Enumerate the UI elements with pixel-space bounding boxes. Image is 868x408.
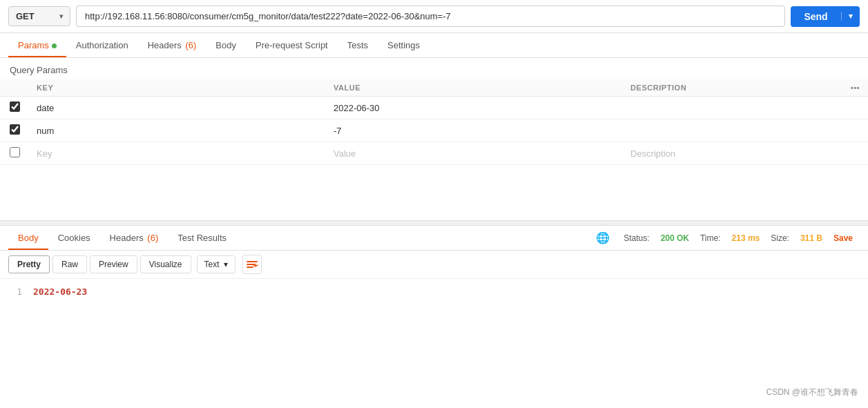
tab-authorization[interactable]: Authorization <box>66 33 138 57</box>
wrap-button[interactable] <box>242 255 262 274</box>
response-line: 1 2022-06-23 <box>11 284 857 300</box>
col-key: KEY <box>28 79 325 97</box>
tab-response-cookies[interactable]: Cookies <box>48 226 100 250</box>
response-tabs: Body Cookies Headers (6) Test Results 🌐 … <box>0 226 868 251</box>
tab-settings[interactable]: Settings <box>378 33 430 57</box>
send-button[interactable]: Send ▾ <box>791 6 860 27</box>
svg-rect-2 <box>247 266 253 268</box>
row1-key: date <box>37 103 54 113</box>
tab-prerequest-label: Pre-request Script <box>255 40 328 50</box>
headers-badge: (6) <box>183 40 197 50</box>
tab-test-results[interactable]: Test Results <box>168 226 236 250</box>
empty-desc-cell[interactable]: Description <box>622 142 842 165</box>
save-link[interactable]: Save <box>833 233 853 243</box>
col-value: VALUE <box>325 79 622 97</box>
url-input[interactable] <box>76 6 785 27</box>
tab-params-label: Params <box>18 40 49 50</box>
status-value: 200 OK <box>661 233 689 243</box>
row2-desc-cell[interactable] <box>622 119 842 142</box>
empty-more-cell <box>842 142 868 165</box>
size-value: 311 B <box>800 233 822 243</box>
tab-tests[interactable]: Tests <box>338 33 378 57</box>
format-raw-label: Raw <box>61 260 78 269</box>
globe-icon[interactable]: 🌐 <box>596 231 613 244</box>
table-row: date 2022-06-30 <box>0 97 868 119</box>
col-more: ••• <box>842 79 868 97</box>
tab-test-results-label: Test Results <box>177 233 226 243</box>
row2-check-cell[interactable] <box>0 119 28 142</box>
response-headers-badge: (6) <box>145 233 159 243</box>
row1-value-cell[interactable]: 2022-06-30 <box>325 97 622 119</box>
format-visualize-label: Visualize <box>149 260 182 269</box>
tab-response-headers[interactable]: Headers (6) <box>100 226 168 250</box>
tab-prerequest[interactable]: Pre-request Script <box>246 33 338 57</box>
row2-value-cell[interactable]: -7 <box>325 119 622 142</box>
row1-value: 2022-06-30 <box>334 103 380 113</box>
response-body: 1 2022-06-23 <box>0 279 868 305</box>
empty-checkbox[interactable] <box>10 147 20 157</box>
format-preview-label: Preview <box>99 260 128 269</box>
text-type-chevron-icon: ▾ <box>224 260 228 269</box>
format-toolbar: Pretty Raw Preview Visualize Text ▾ <box>0 251 868 279</box>
format-pretty-button[interactable]: Pretty <box>8 255 50 273</box>
tab-response-headers-label: Headers <box>110 233 144 243</box>
empty-value-placeholder: Value <box>334 148 356 159</box>
line-content: 2022-06-23 <box>33 284 87 300</box>
format-pretty-label: Pretty <box>17 260 41 269</box>
empty-key-placeholder: Key <box>37 148 52 159</box>
empty-value-cell[interactable]: Value <box>325 142 622 165</box>
method-label: GET <box>16 11 35 21</box>
tab-body-label: Body <box>215 40 236 50</box>
format-preview-button[interactable]: Preview <box>90 255 137 273</box>
svg-rect-0 <box>247 261 258 262</box>
row2-value: -7 <box>334 126 342 136</box>
tab-tests-label: Tests <box>347 40 368 50</box>
tab-authorization-label: Authorization <box>76 40 128 50</box>
params-table: KEY VALUE DESCRIPTION ••• date 2022-06-3… <box>0 79 868 165</box>
tab-response-body[interactable]: Body <box>8 226 48 250</box>
params-section: Query Params KEY VALUE DESCRIPTION ••• d… <box>0 58 868 165</box>
row2-more-cell <box>842 119 868 142</box>
tab-response-cookies-label: Cookies <box>58 233 90 243</box>
format-raw-button[interactable]: Raw <box>52 255 87 273</box>
method-chevron-icon: ▾ <box>59 12 63 20</box>
empty-key-cell[interactable]: Key <box>28 142 325 165</box>
row1-desc-cell[interactable] <box>622 97 842 119</box>
tab-headers-label: Headers <box>148 40 182 50</box>
line-number: 1 <box>11 284 22 300</box>
size-label: Size: <box>771 233 789 243</box>
status-label: Status: <box>624 233 649 243</box>
row2-key: num <box>37 126 54 136</box>
text-type-label: Text <box>204 260 220 269</box>
row1-checkbox[interactable] <box>10 101 20 112</box>
tab-body[interactable]: Body <box>206 33 246 57</box>
send-label: Send <box>791 11 841 22</box>
time-label: Time: <box>700 233 721 243</box>
time-value: 213 ms <box>732 233 760 243</box>
row1-key-cell[interactable]: date <box>28 97 325 119</box>
row1-check-cell[interactable] <box>0 97 28 119</box>
tab-settings-label: Settings <box>387 40 420 50</box>
query-params-label: Query Params <box>0 58 868 79</box>
empty-space <box>0 165 868 220</box>
send-dropdown-icon[interactable]: ▾ <box>841 12 860 21</box>
top-bar: GET ▾ Send ▾ <box>0 0 868 33</box>
row2-key-cell[interactable]: num <box>28 119 325 142</box>
col-check <box>0 79 28 97</box>
params-dot <box>52 43 57 48</box>
format-visualize-button[interactable]: Visualize <box>140 255 191 273</box>
text-type-dropdown[interactable]: Text ▾ <box>197 255 235 273</box>
row1-more-cell <box>842 97 868 119</box>
wrap-icon-svg <box>246 258 258 271</box>
method-select[interactable]: GET ▾ <box>8 6 70 26</box>
empty-check-cell[interactable] <box>0 142 28 165</box>
tab-response-body-label: Body <box>18 233 39 243</box>
row2-checkbox[interactable] <box>10 124 20 135</box>
table-row: num -7 <box>0 119 868 142</box>
empty-desc-placeholder: Description <box>630 148 675 159</box>
section-divider <box>0 220 868 226</box>
status-info: 🌐 Status: 200 OK Time: 213 ms Size: 311 … <box>596 231 860 244</box>
table-row-empty: Key Value Description <box>0 142 868 165</box>
tab-headers[interactable]: Headers (6) <box>138 33 206 57</box>
tab-params[interactable]: Params <box>8 33 66 57</box>
